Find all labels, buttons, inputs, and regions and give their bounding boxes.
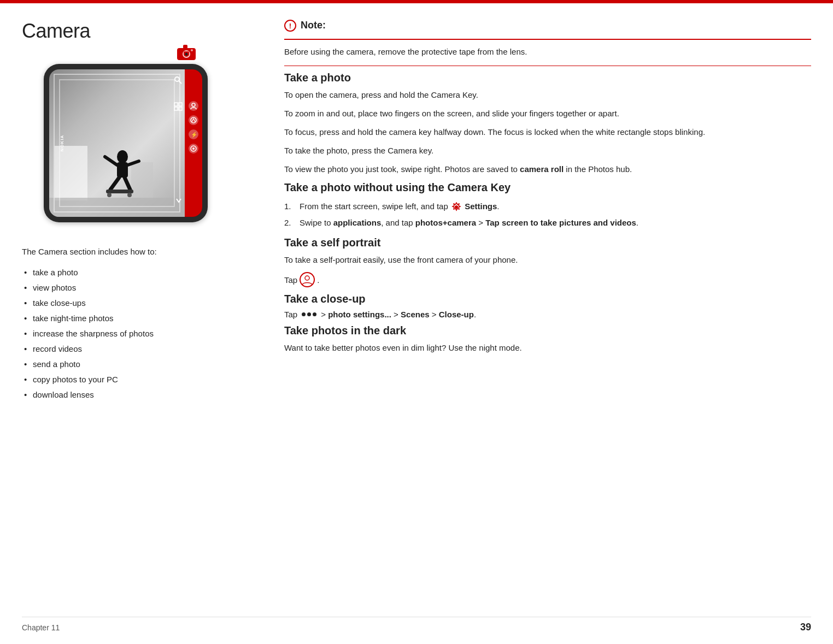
svg-line-16 <box>179 81 181 84</box>
phone-search-icon <box>174 76 183 86</box>
phone-outer: NOKIA <box>44 64 208 222</box>
svg-rect-7 <box>117 162 128 178</box>
page-footer: Chapter 11 39 <box>22 617 811 633</box>
svg-rect-4 <box>183 45 187 49</box>
list-item: record videos <box>22 341 230 357</box>
tap-self-portrait: Tap . <box>284 272 811 287</box>
svg-line-8 <box>105 157 117 165</box>
svg-line-11 <box>125 178 130 190</box>
svg-point-15 <box>175 77 179 81</box>
self-portrait-body: To take a self-portrait easily, use the … <box>284 253 811 267</box>
note-divider <box>284 39 811 40</box>
section-heading-dark: Take photos in the dark <box>284 324 811 337</box>
left-intro: The Camera section includes how to: <box>22 246 230 258</box>
camera-icon <box>176 44 197 64</box>
section-para-3: To focus, press and hold the camera key … <box>284 126 811 139</box>
right-column: ! Note: Before using the camera, remove … <box>251 20 811 403</box>
section-heading-no-key: Take a photo without using the Camera Ke… <box>284 181 811 194</box>
tap-closeup-line: Tap > photo settings... > Scenes > Close… <box>284 310 811 319</box>
svg-point-6 <box>117 150 128 163</box>
camera-dots <box>184 51 192 54</box>
section-heading-closeup: Take a close-up <box>284 293 811 305</box>
svg-rect-25 <box>179 107 182 110</box>
settings-gear-icon <box>451 202 461 212</box>
step-list: 1. From the start screen, swipe left, an… <box>284 198 811 231</box>
bg-building <box>55 146 87 200</box>
section-para-4: To take the photo, press the Camera key. <box>284 144 811 157</box>
section-heading-self-portrait: Take a self portrait <box>284 237 811 249</box>
phone-illustration: NOKIA <box>22 56 230 231</box>
bullet-list: take a photo view photos take close-ups … <box>22 265 230 403</box>
phone-screen-content: NOKIA <box>49 69 185 217</box>
section-heading-take-photo: Take a photo <box>284 72 811 84</box>
section-para-1: To open the camera, press and hold the C… <box>284 88 811 102</box>
sidebar-icon-3: ⚡ <box>189 129 198 139</box>
left-column: Camera <box>22 20 251 403</box>
front-camera-icon <box>300 272 315 287</box>
sidebar-icon-1 <box>189 101 198 111</box>
phone-sidebar: ⚡ <box>185 69 202 217</box>
note-title: Note: <box>301 20 326 31</box>
tap-label: Tap <box>284 275 297 285</box>
note-circle-icon: ! <box>284 20 296 33</box>
page-title: Camera <box>22 20 230 43</box>
page-number: 39 <box>800 622 811 633</box>
svg-text:⚡: ⚡ <box>191 131 197 138</box>
list-item: take night-time photos <box>22 311 230 326</box>
svg-rect-12 <box>106 190 133 193</box>
section-para-5: To view the photo you just took, swipe r… <box>284 163 811 176</box>
section-para-2: To zoom in and out, place two fingers on… <box>284 107 811 120</box>
list-item: take close-ups <box>22 296 230 311</box>
sidebar-icon-4 <box>189 144 198 153</box>
svg-rect-22 <box>174 103 178 106</box>
phone-down-icon <box>175 197 183 206</box>
list-item: send a photo <box>22 357 230 372</box>
svg-line-10 <box>110 178 119 190</box>
three-dots-icon <box>302 312 316 316</box>
section-divider-1 <box>284 66 811 66</box>
note-section: ! Note: <box>284 20 811 33</box>
phone-screen: NOKIA <box>49 69 202 217</box>
bg-ground <box>49 198 185 217</box>
closeup-instruction: > photo settings... > Scenes > Close-up. <box>321 310 476 319</box>
list-item: copy photos to your PC <box>22 372 230 387</box>
sidebar-icon-2 <box>189 115 198 125</box>
svg-rect-24 <box>174 107 178 110</box>
tap-label-closeup: Tap <box>284 310 297 319</box>
tap-period: . <box>317 275 319 285</box>
svg-line-9 <box>128 161 139 165</box>
svg-point-30 <box>305 276 309 280</box>
svg-rect-23 <box>179 103 182 106</box>
chapter-label: Chapter 11 <box>22 623 60 632</box>
note-body: Before using the camera, remove the prot… <box>284 45 811 58</box>
svg-point-17 <box>192 103 195 107</box>
phone-grid-icon <box>174 102 183 113</box>
svg-point-28 <box>455 205 458 209</box>
list-item: increase the sharpness of photos <box>22 326 230 341</box>
list-item: view photos <box>22 280 230 296</box>
list-item: download lenses <box>22 387 230 403</box>
dark-body: Want to take better photos even in dim l… <box>284 341 811 355</box>
svg-point-13 <box>107 193 112 197</box>
svg-point-21 <box>192 147 195 150</box>
skater-silhouette <box>99 146 143 200</box>
step-2: 2. Swipe to applications, and tap photos… <box>284 215 811 231</box>
list-item: take a photo <box>22 265 230 280</box>
svg-text:!: ! <box>289 22 291 30</box>
svg-point-14 <box>127 193 132 197</box>
step-1: 1. From the start screen, swipe left, an… <box>284 198 811 215</box>
